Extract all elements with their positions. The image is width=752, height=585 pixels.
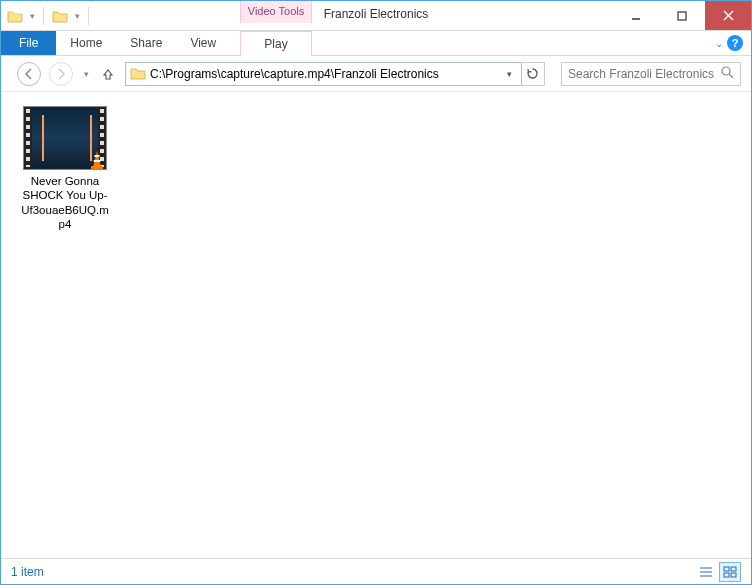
- qat-separator: [88, 7, 89, 25]
- tab-share[interactable]: Share: [116, 31, 176, 55]
- file-item[interactable]: Never Gonna SHOCK You Up-Uf3ouaeB6UQ.mp4: [19, 106, 111, 232]
- svg-rect-14: [724, 573, 729, 577]
- ribbon-tabs: File Home Share View Play ⌄ ?: [1, 31, 751, 56]
- vlc-icon: [86, 149, 108, 171]
- tab-view[interactable]: View: [176, 31, 230, 55]
- qat-separator: [43, 7, 44, 25]
- folder-icon: [5, 6, 25, 26]
- navigation-bar: ▾ ▾: [1, 56, 751, 92]
- folder-icon: [50, 6, 70, 26]
- tab-home[interactable]: Home: [56, 31, 116, 55]
- tab-play[interactable]: Play: [240, 31, 312, 56]
- close-button[interactable]: [705, 1, 751, 30]
- search-box[interactable]: [561, 62, 741, 86]
- file-tab[interactable]: File: [1, 31, 56, 55]
- thumbnails-view-button[interactable]: [719, 562, 741, 582]
- forward-button[interactable]: [49, 62, 73, 86]
- file-name-label: Never Gonna SHOCK You Up-Uf3ouaeB6UQ.mp4: [19, 174, 111, 232]
- search-input[interactable]: [568, 67, 721, 81]
- expand-ribbon-icon[interactable]: ⌄: [715, 38, 723, 49]
- svg-rect-6: [91, 166, 103, 169]
- address-dropdown-icon[interactable]: ▾: [501, 69, 517, 79]
- minimize-button[interactable]: [613, 1, 659, 30]
- svg-rect-1: [678, 12, 686, 20]
- qat-dropdown-icon[interactable]: ▾: [27, 11, 37, 21]
- folder-icon: [130, 66, 146, 82]
- svg-rect-7: [95, 155, 100, 157]
- svg-rect-8: [94, 160, 101, 162]
- up-button[interactable]: [99, 67, 117, 81]
- item-count-label: 1 item: [11, 565, 44, 579]
- details-view-button[interactable]: [695, 562, 717, 582]
- svg-line-2: [724, 11, 733, 20]
- maximize-button[interactable]: [659, 1, 705, 30]
- history-dropdown-icon[interactable]: ▾: [81, 69, 91, 79]
- window-title: Franzoli Electronics: [324, 7, 429, 21]
- svg-rect-13: [731, 567, 736, 571]
- search-icon: [721, 66, 734, 82]
- title-bar: ▾ ▾ Video Tools Franzoli Electronics: [1, 1, 751, 31]
- qat-customize-icon[interactable]: ▾: [72, 11, 82, 21]
- svg-line-5: [729, 74, 733, 78]
- context-tab-group: Video Tools: [240, 1, 312, 23]
- address-input[interactable]: [150, 64, 501, 84]
- svg-point-4: [722, 67, 730, 75]
- svg-rect-12: [724, 567, 729, 571]
- refresh-button[interactable]: [521, 62, 545, 86]
- file-list[interactable]: Never Gonna SHOCK You Up-Uf3ouaeB6UQ.mp4: [1, 92, 751, 558]
- svg-line-3: [724, 11, 733, 20]
- svg-rect-15: [731, 573, 736, 577]
- back-button[interactable]: [17, 62, 41, 86]
- help-icon[interactable]: ?: [727, 35, 743, 51]
- address-bar[interactable]: ▾: [125, 62, 522, 86]
- video-thumbnail: [23, 106, 107, 170]
- status-bar: 1 item: [1, 558, 751, 584]
